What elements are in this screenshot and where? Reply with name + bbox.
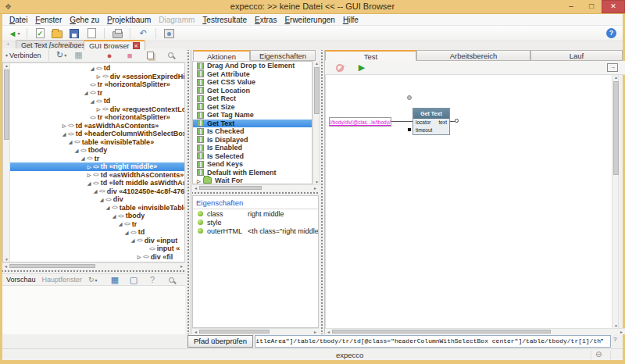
frame-select-button[interactable]: ▢ [126,273,141,287]
undo-button[interactable]: ↶ [135,27,151,41]
tree-row[interactable]: ◢<>table «invisibleTable in [10,204,184,212]
locator-link[interactable]: //body/div[@clas...le/tbody/tr[1]/th [329,117,391,127]
expander-icon[interactable]: ▷ [135,254,143,259]
action-item[interactable]: Get Attribute [193,70,312,79]
refresh-button[interactable]: ↻▾ [54,48,70,62]
inspect-window-button[interactable] [161,27,177,41]
menu-item-projektbaum[interactable]: Projektbaum [103,16,155,24]
expander-icon[interactable]: ◢ [60,131,68,137]
tree-row[interactable]: ▷<>div «sessionExpiredHint» [10,73,184,81]
expander-icon[interactable]: ◢ [116,221,124,227]
close-icon[interactable]: ✕ [602,0,625,13]
tab-aktionen[interactable]: Aktionen [193,50,250,61]
maximize-icon[interactable]: □ [581,0,602,13]
tree-row[interactable]: ◢<>tbody [10,146,184,155]
grid-view-button[interactable]: ▦ [107,273,123,287]
tree-row[interactable]: ◢<>tr [10,155,184,163]
property-row[interactable]: style [193,218,318,227]
action-item[interactable]: Get Tag Name [193,111,312,120]
action-list-horizontal-scrollbar[interactable]: ◄ ► [192,184,319,191]
action-item[interactable]: Is Displayed [193,136,312,145]
tree-row[interactable]: ◢<>tr [10,220,184,229]
menu-item-fenster[interactable]: Fenster [31,16,66,24]
screenshot-button[interactable]: ▦ [71,48,87,62]
tree-row[interactable]: ◢<>td [10,64,184,73]
preview-refresh-icon[interactable]: ↻ [88,276,95,284]
tree-row[interactable]: <>tr «horizontalSplitter» [10,80,184,89]
expander-icon[interactable]: ◢ [110,213,118,219]
tree-row[interactable]: ◢<>td «left middle asWidthAsContents [10,179,184,187]
help-icon[interactable]: ? [606,28,616,38]
action-item[interactable]: Send Keys [193,160,312,169]
tab-gui-browser[interactable]: GUI Browser✕ [84,40,145,50]
expander-icon[interactable]: ◢ [66,139,74,145]
expander-icon[interactable]: ◢ [85,180,93,186]
tree-row[interactable]: ◢<>tbody [10,212,184,220]
tree-row[interactable]: ◢<>td «headerColumnWithSelectBox center» [10,130,184,138]
tree-row[interactable]: ◢<>td [10,228,184,237]
tree-row[interactable]: ◢<>div «input [10,237,184,245]
action-item[interactable]: Get CSS Value [193,78,312,87]
tree-row[interactable]: ▷<>div «fil [10,253,184,262]
input-pin-locator[interactable]: locator [416,119,431,127]
open-in-editor-button[interactable] [605,61,620,75]
tree-row[interactable]: <>tr «horizontalSplitter» [10,113,184,122]
tree-row[interactable]: ◢<>td [10,97,184,105]
expander-icon[interactable]: ◢ [82,90,90,95]
check-path-button[interactable]: Pfad überprüfen [188,335,253,348]
preview-tab-vorschau[interactable]: Vorschau [6,276,36,284]
tree-row[interactable]: ▷<>td «asWidthAsContents» [10,171,184,180]
action-item[interactable]: Get Text [193,120,312,128]
menu-item-hilfe[interactable]: Hilfe [339,16,362,24]
tree-row[interactable]: ▷<>div «requestContextLostSp [10,105,184,114]
tab-lauf[interactable]: Lauf [530,50,623,61]
expander-icon[interactable]: ▷ [85,172,93,177]
tab-test[interactable]: Test [325,50,416,61]
action-item[interactable]: Default with Element [193,169,312,177]
input-pin-timeout[interactable]: timeout [416,127,432,134]
xpath-field[interactable]: lass="titleArea"]/table/tbody/tr/td[@cla… [255,335,611,348]
action-item[interactable]: Get Rect [193,95,312,103]
expander-icon[interactable]: ◢ [129,237,137,243]
action-item[interactable]: Drag And Drop to Element [193,62,312,70]
expander-icon[interactable]: ◢ [98,197,105,202]
canvas-vertical-scrollbar[interactable]: ▲ ▼ [612,75,619,328]
tree-row[interactable]: ◢<>div [10,195,184,204]
zoom-button[interactable] [163,273,179,287]
action-item[interactable]: Is Enabled [193,144,312,152]
get-text-block[interactable]: Get Text locator text timeout [412,108,450,135]
expander-icon[interactable]: ▷ [60,123,68,128]
action-item[interactable]: ▷Wait For [193,177,312,184]
expander-icon[interactable]: ▷ [85,164,93,170]
output-pin-text[interactable]: text [439,119,447,127]
tree-horizontal-scrollbar[interactable]: ◄ ► [2,262,185,269]
tree-row[interactable]: ▷<>th «right middle» [10,162,184,171]
properties-horizontal-scrollbar[interactable]: ◄ ► [192,328,319,334]
diagram-canvas[interactable]: //body/div[@clas...le/tbody/tr[1]/th Get… [325,75,619,328]
menu-item-erweiterungen[interactable]: Erweiterungen [280,16,338,24]
print-button[interactable] [109,27,125,41]
expander-icon[interactable]: ▷ [95,73,102,79]
check-document-button[interactable] [32,27,48,41]
expander-icon[interactable]: ◢ [104,205,112,210]
copy-button[interactable] [142,48,158,62]
tree-row[interactable]: ▷<>td «asWidthAsContents» [10,122,184,130]
expander-icon[interactable]: ◢ [88,66,96,71]
action-item[interactable]: Is Checked [193,127,312,136]
tree-row[interactable]: <>input « [10,244,184,253]
xpath-dropdown-icon[interactable]: ▾ [601,337,603,342]
expander-icon[interactable]: ◢ [91,188,99,194]
expander-icon[interactable]: ◢ [88,98,96,104]
tree-row[interactable]: ◢<>tr [10,89,184,98]
expander-icon[interactable]: ▷ [197,178,203,184]
tab-nav-icon[interactable]: + [6,41,10,48]
tab-eigenschaften[interactable]: Eigenschaften [250,50,316,61]
tree-row[interactable]: ◢<>div «4102450e-4c8f-476d- [10,187,184,196]
canvas-horizontal-scrollbar[interactable]: ◄ ► [325,328,625,334]
action-item[interactable]: Is Selected [193,152,312,161]
title-bar[interactable]: ❖ expecco: >> keine Datei << -- GUI Brow… [0,0,625,14]
open-file-button[interactable] [49,27,65,41]
help-small-button[interactable]: ? [145,273,160,287]
tree-vertical-scrollbar[interactable]: ▲ ▼ [3,63,10,262]
play-button[interactable]: ▶ [354,61,370,75]
